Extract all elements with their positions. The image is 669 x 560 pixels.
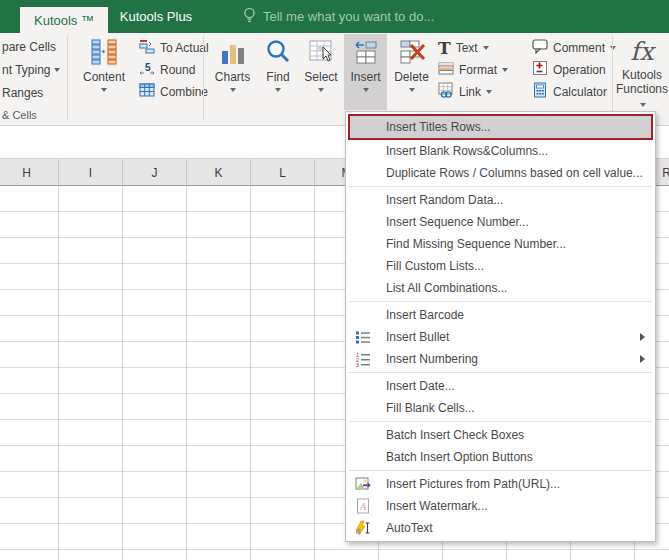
dropdown-arrow-icon (409, 88, 415, 92)
excel-window: Kutools ™ Kutools Plus Tell me what you … (0, 0, 669, 560)
charts-button[interactable]: Charts (209, 34, 256, 110)
tab-kutools-label: Kutools ™ (34, 13, 94, 28)
prevent-typing-label: nt Typing (2, 63, 50, 77)
tab-kutools-plus[interactable]: Kutools Plus (108, 0, 204, 33)
charts-icon (218, 34, 248, 70)
group-divider (612, 36, 613, 120)
to-actual-button[interactable]: To Actual (139, 37, 209, 58)
content-icon (89, 34, 119, 70)
menu-item-label: Insert Bullet (386, 330, 449, 344)
menu-item-label: Insert Pictures from Path(URL)... (386, 477, 560, 491)
operation-button[interactable]: Operation (532, 59, 606, 80)
menu-separator (349, 372, 652, 373)
dropdown-arrow-icon (275, 88, 281, 92)
ribbon-tab-bar: Kutools ™ Kutools Plus Tell me what you … (0, 0, 669, 33)
menu-item-batch-insert-check-boxes[interactable]: Batch Insert Check Boxes (346, 424, 655, 446)
menu-separator (349, 470, 652, 471)
column-header[interactable]: J (123, 159, 187, 186)
menu-item-insert-numbering[interactable]: 123 Insert Numbering (346, 348, 655, 370)
group-divider (67, 36, 68, 120)
column-header-label: L (279, 166, 286, 180)
menu-item-label: Find Missing Sequence Number... (386, 237, 566, 251)
picture-icon (355, 476, 371, 492)
combine-button[interactable]: Combine (139, 81, 208, 102)
select-icon (306, 34, 336, 70)
dropdown-arrow-icon (230, 88, 236, 92)
menu-item-insert-barcode[interactable]: Insert Barcode (346, 304, 655, 326)
menu-item-fill-custom-lists[interactable]: Fill Custom Lists... (346, 255, 655, 277)
kutools-functions-line2: Functions (616, 82, 668, 96)
format-icon (438, 60, 454, 79)
link-icon (438, 82, 454, 101)
menu-separator (349, 186, 652, 187)
column-header[interactable]: L (251, 159, 315, 186)
menu-item-insert-watermark[interactable]: A Insert Watermark... (346, 495, 655, 517)
select-button[interactable]: Select (299, 34, 343, 110)
text-button[interactable]: T Text (438, 37, 489, 58)
menu-item-insert-pictures-from-path[interactable]: Insert Pictures from Path(URL)... (346, 473, 655, 495)
prevent-typing-button[interactable]: nt Typing (2, 61, 60, 79)
tab-kutools-plus-label: Kutools Plus (120, 9, 192, 24)
menu-item-label: List All Combinations... (386, 281, 507, 295)
lightbulb-icon (243, 7, 256, 27)
kutools-functions-label: Kutools Functions (616, 68, 668, 110)
menu-item-label: Insert Random Data... (386, 193, 503, 207)
find-label: Find (266, 70, 289, 84)
menu-item-insert-sequence-number[interactable]: Insert Sequence Number... (346, 211, 655, 233)
svg-text:A: A (359, 501, 367, 512)
link-button[interactable]: Link (438, 81, 492, 102)
menu-item-label: Insert Titles Rows... (386, 120, 491, 134)
round-button[interactable]: 5 Round (139, 59, 195, 80)
tell-me-box[interactable]: Tell me what you want to do... (243, 0, 434, 33)
menu-item-label: Batch Insert Option Buttons (386, 450, 533, 464)
column-header-label: I (89, 166, 92, 180)
menu-item-list-all-combinations[interactable]: List All Combinations... (346, 277, 655, 299)
tell-me-label: Tell me what you want to do... (263, 9, 434, 24)
dropdown-arrow-icon (54, 68, 60, 72)
combine-label: Combine (160, 85, 208, 99)
delete-button[interactable]: Delete (389, 34, 434, 110)
content-button[interactable]: Content (73, 34, 135, 110)
column-header[interactable]: H (0, 159, 59, 186)
menu-item-duplicate-rows-columns[interactable]: Duplicate Rows / Columns based on cell v… (346, 162, 655, 184)
text-icon: T (438, 38, 451, 58)
menu-item-insert-blank-rows-columns[interactable]: Insert Blank Rows&Columns... (346, 140, 655, 162)
menu-item-insert-titles-rows[interactable]: Insert Titles Rows... (348, 114, 653, 140)
compare-cells-button[interactable]: pare Cells (2, 38, 56, 56)
menu-item-label: Insert Blank Rows&Columns... (386, 144, 548, 158)
menu-item-label: Batch Insert Check Boxes (386, 428, 524, 442)
menu-item-fill-blank-cells[interactable]: Fill Blank Cells... (346, 397, 655, 419)
operation-icon (532, 60, 548, 79)
delete-icon (397, 34, 427, 70)
format-label: Format (459, 63, 497, 77)
menu-item-label: Insert Numbering (386, 352, 478, 366)
calculator-label: Calculator (553, 85, 607, 99)
menu-item-batch-insert-option-buttons[interactable]: Batch Insert Option Buttons (346, 446, 655, 468)
calculator-button[interactable]: Calculator (532, 81, 607, 102)
dropdown-arrow-icon (502, 68, 508, 72)
tab-kutools[interactable]: Kutools ™ (20, 7, 108, 33)
column-header[interactable]: K (187, 159, 251, 186)
comment-icon (532, 38, 548, 57)
content-label: Content (83, 70, 125, 84)
comment-button[interactable]: Comment (532, 37, 616, 58)
menu-item-find-missing-sequence-number[interactable]: Find Missing Sequence Number... (346, 233, 655, 255)
ranges-button[interactable]: Ranges (2, 84, 43, 102)
insert-button[interactable]: Insert (344, 34, 387, 110)
menu-item-insert-bullet[interactable]: Insert Bullet (346, 326, 655, 348)
to-actual-icon (139, 38, 155, 57)
find-button[interactable]: Find (258, 34, 298, 110)
format-button[interactable]: Format (438, 59, 508, 80)
comment-label: Comment (553, 41, 605, 55)
kutools-functions-button[interactable]: fx Kutools Functions (616, 34, 668, 110)
submenu-arrow-icon (640, 355, 645, 363)
menu-item-autotext[interactable]: AutoText (346, 517, 655, 539)
numbered-list-icon: 123 (355, 351, 371, 367)
dropdown-arrow-icon (486, 90, 492, 94)
column-header[interactable]: I (59, 159, 123, 186)
menu-item-insert-random-data[interactable]: Insert Random Data... (346, 189, 655, 211)
menu-item-label: AutoText (386, 521, 433, 535)
insert-label: Insert (350, 70, 380, 84)
svg-text:3: 3 (356, 362, 359, 368)
menu-item-insert-date[interactable]: Insert Date... (346, 375, 655, 397)
